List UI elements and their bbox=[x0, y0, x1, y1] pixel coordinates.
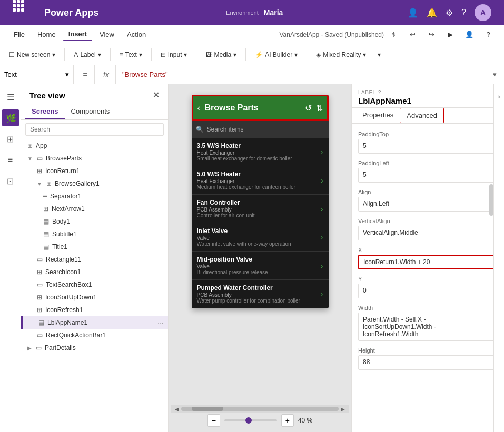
label-button[interactable]: A Label ▾ bbox=[69, 48, 105, 61]
data-icon[interactable]: ≡ bbox=[2, 152, 19, 168]
list-item[interactable]: Fan Controller PCB Assembly Controller f… bbox=[192, 195, 329, 223]
settings-icon[interactable]: ⚙ bbox=[446, 8, 453, 18]
ai-builder-button[interactable]: ⚡ AI Builder ▾ bbox=[250, 48, 302, 61]
tree-item-textsearchbox1[interactable]: ▭ TextSearchBox1 bbox=[21, 278, 168, 291]
tree-view-icon[interactable]: 🌿 bbox=[2, 109, 19, 126]
list-item[interactable]: 3.5 W/S Heater Heat Exchanger Small heat… bbox=[192, 138, 329, 166]
y-value[interactable]: 0 bbox=[358, 284, 498, 298]
text-button[interactable]: ≡ Text ▾ bbox=[115, 48, 147, 61]
tree-item-nextarrow1[interactable]: ⊞ NextArrow1 bbox=[21, 203, 168, 215]
label-btn-text: Label bbox=[80, 51, 95, 58]
input-button[interactable]: ⊟ Input ▾ bbox=[156, 48, 192, 61]
expand-partdetails-icon[interactable]: ▶ bbox=[27, 345, 32, 351]
tree-item-rectquickactionbar1[interactable]: ▭ RectQuickActionBar1 bbox=[21, 329, 168, 341]
tree-item-partdetails[interactable]: ▶ ▭ PartDetails bbox=[21, 341, 168, 354]
props-scrollbar-thumb[interactable] bbox=[489, 184, 493, 216]
variables-icon[interactable]: ⊡ bbox=[2, 173, 19, 189]
tree-item-body1[interactable]: ▤ Body1 bbox=[21, 215, 168, 228]
undo-icon[interactable]: ↩ bbox=[405, 27, 420, 42]
menu-home[interactable]: Home bbox=[32, 28, 61, 41]
input-btn-label: Input bbox=[168, 51, 182, 58]
sort-phone-icon[interactable]: ⇅ bbox=[316, 103, 323, 113]
avatar[interactable]: A bbox=[475, 4, 491, 21]
tree-item-iconrefresh1[interactable]: ⊞ IconRefresh1 bbox=[21, 304, 168, 316]
apps-grid-icon[interactable] bbox=[6, 0, 31, 25]
more-button[interactable]: ▾ bbox=[373, 48, 386, 61]
scroll-right-arrow[interactable]: ▶ bbox=[339, 406, 347, 412]
props-scrollbar[interactable] bbox=[489, 179, 493, 432]
align-label: Align bbox=[358, 189, 498, 195]
text-btn-label: Text bbox=[125, 51, 137, 58]
zoom-out-button[interactable]: − bbox=[207, 414, 220, 427]
list-item[interactable]: Mid-position Valve Valve Bi-directional … bbox=[192, 252, 329, 280]
components-icon[interactable]: ⊞ bbox=[2, 130, 19, 147]
redo-icon[interactable]: ↪ bbox=[424, 27, 439, 42]
formula-input[interactable]: "Browse Parts" bbox=[118, 71, 483, 78]
notification-icon[interactable]: 🔔 bbox=[427, 8, 437, 18]
zoom-slider[interactable] bbox=[224, 419, 277, 421]
tree-item-browsegallery1[interactable]: ▼ ⊞ BrowseGallery1 bbox=[21, 177, 168, 190]
tree-item-dots[interactable]: ··· bbox=[157, 318, 164, 327]
back-arrow-icon[interactable]: ‹ bbox=[197, 103, 201, 114]
health-icon[interactable]: ⚕ bbox=[386, 27, 401, 42]
hamburger-menu-icon[interactable]: ☰ bbox=[2, 88, 19, 105]
paddingleft-value[interactable]: 5 bbox=[358, 168, 498, 183]
tree-body-label: Body1 bbox=[52, 218, 70, 225]
height-value[interactable]: 88 bbox=[358, 355, 498, 370]
tree-item-lblappname1[interactable]: ▤ LblAppName1 ··· bbox=[21, 316, 168, 329]
menu-file[interactable]: File bbox=[8, 28, 30, 41]
list-item[interactable]: Inlet Valve Valve Water inlet valve with… bbox=[192, 223, 329, 252]
width-value[interactable]: Parent.Width - Self.X - IconSortUpDown1.… bbox=[358, 313, 498, 341]
formula-expand-button[interactable]: ▾ bbox=[485, 71, 504, 78]
tree-item-iconsortupdown1[interactable]: ⊞ IconSortUpDown1 bbox=[21, 291, 168, 304]
divider-4 bbox=[196, 48, 196, 61]
tree-item-rectangle11[interactable]: ▭ Rectangle11 bbox=[21, 253, 168, 266]
refresh-phone-icon[interactable]: ↺ bbox=[305, 103, 312, 113]
paddingtop-value[interactable]: 5 bbox=[358, 139, 498, 154]
tree-item-iconreturn1[interactable]: ⊞ IconReturn1 bbox=[21, 165, 168, 177]
new-screen-button[interactable]: ☐ New screen ▾ bbox=[4, 48, 60, 61]
tree-search-input[interactable] bbox=[25, 123, 164, 136]
tab-screens[interactable]: Screens bbox=[25, 104, 65, 119]
tree-item-app[interactable]: ⊞ App bbox=[21, 139, 168, 152]
verticalalign-value[interactable]: VerticalAlign.Middle bbox=[358, 226, 498, 240]
new-screen-icon: ☐ bbox=[9, 51, 15, 58]
mixed-reality-button[interactable]: ◈ Mixed Reality ▾ bbox=[311, 48, 371, 61]
tree-item-searchicon1[interactable]: ⊞ SearchIcon1 bbox=[21, 266, 168, 278]
mr-icon: ◈ bbox=[316, 51, 321, 58]
play-icon[interactable]: ▶ bbox=[443, 27, 458, 42]
tab-advanced[interactable]: Advanced bbox=[400, 108, 444, 123]
phone-search-bar: 🔍 Search items bbox=[192, 121, 329, 138]
align-value[interactable]: Align.Left bbox=[358, 197, 498, 212]
help-icon[interactable]: ? bbox=[461, 8, 466, 17]
zoom-slider-thumb[interactable] bbox=[245, 417, 252, 424]
zoom-in-button[interactable]: + bbox=[281, 414, 294, 427]
tree-item-subtitle1[interactable]: ▤ Subtitle1 bbox=[21, 228, 168, 240]
menu-action[interactable]: Action bbox=[122, 28, 151, 41]
tree-item-separator1[interactable]: ━ Separator1 bbox=[21, 190, 168, 203]
tree-item-title1[interactable]: ▤ Title1 bbox=[21, 240, 168, 253]
scrollbar-track[interactable] bbox=[181, 407, 339, 411]
panel-expand-button[interactable]: › bbox=[493, 84, 504, 432]
expand-browseparts-icon[interactable]: ▼ bbox=[27, 156, 33, 162]
list-item[interactable]: 5.0 W/S Heater Heat Exchanger Medium hea… bbox=[192, 166, 329, 195]
toolbar: ☐ New screen ▾ A Label ▾ ≡ Text ▾ ⊟ Inpu… bbox=[0, 44, 504, 65]
media-button[interactable]: 🖼 Media ▾ bbox=[201, 48, 241, 61]
tree-item-browseparts[interactable]: ▼ ▭ BrowseParts bbox=[21, 152, 168, 165]
zoom-level: 40 % bbox=[298, 417, 312, 424]
menu-help-icon[interactable]: ? bbox=[481, 27, 496, 42]
tab-components[interactable]: Components bbox=[65, 104, 116, 119]
expand-gallery-icon[interactable]: ▼ bbox=[37, 181, 42, 187]
list-item[interactable]: Pumped Water Controller PCB Assembly Wat… bbox=[192, 280, 329, 308]
close-tree-icon[interactable]: ✕ bbox=[153, 91, 160, 100]
scrollbar-thumb[interactable] bbox=[192, 407, 223, 411]
share-icon[interactable]: 👤 bbox=[462, 27, 477, 42]
x-value[interactable]: IconReturn1.Width + 20 bbox=[358, 255, 498, 269]
menu-insert[interactable]: Insert bbox=[63, 28, 92, 41]
menu-view[interactable]: View bbox=[94, 28, 120, 41]
scroll-left-arrow[interactable]: ◀ bbox=[173, 406, 181, 412]
label-help-icon[interactable]: ? bbox=[378, 89, 381, 95]
user-icon[interactable]: 👤 bbox=[408, 8, 418, 18]
formula-selector[interactable]: Text ▾ bbox=[0, 65, 74, 84]
tab-properties[interactable]: Properties bbox=[356, 108, 400, 123]
